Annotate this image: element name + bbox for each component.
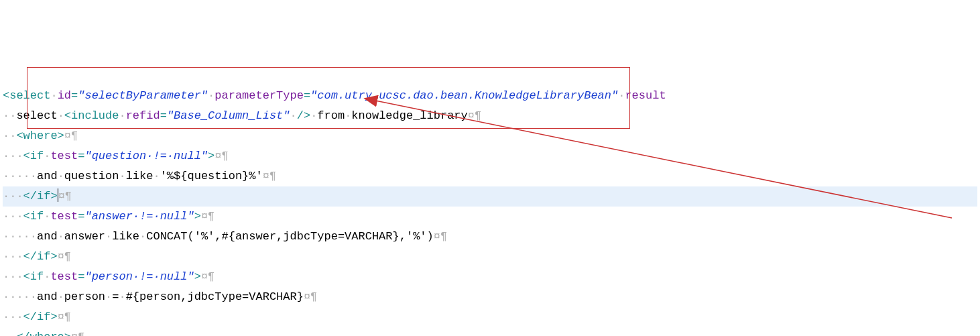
token-ws-dot: ·····: [3, 290, 37, 303]
token-attr-name: result: [625, 89, 666, 102]
token-txt: question: [64, 170, 119, 182]
token-tag: =: [71, 89, 78, 102]
token-txt: '%${question}%': [160, 170, 263, 182]
token-tag: <if: [23, 150, 44, 162]
code-line[interactable]: ··select·<include·refid="Base_Column_Lis…: [3, 106, 977, 126]
token-ws-dot: ··: [3, 129, 16, 142]
token-ws-dot: ·: [44, 210, 50, 223]
token-ws-end: ¤¶: [215, 150, 228, 162]
code-line[interactable]: ···<if·test="person·!=·null">¤¶: [3, 267, 977, 287]
code-editor-content[interactable]: <select·id="selectByParameter"·parameter…: [3, 86, 977, 336]
token-txt: answer: [64, 230, 105, 243]
token-tag: <select: [3, 89, 50, 102]
token-attr-value: "Base_Column_List": [167, 109, 290, 122]
token-ws-dot: ·: [58, 109, 64, 122]
token-ws-dot: ·: [119, 290, 125, 303]
token-ws-end: ¤¶: [201, 210, 215, 223]
code-line[interactable]: ·····and·person·=·#{person,jdbcType=VARC…: [3, 287, 977, 307]
token-ws-dot: ···: [3, 210, 23, 223]
token-ws-dot: ·: [618, 89, 625, 102]
token-ws-dot: ·: [119, 170, 125, 182]
token-ws-dot: ·····: [3, 230, 37, 243]
token-ws-end: ¤¶: [468, 109, 481, 122]
token-tag: >: [194, 270, 201, 283]
token-tag: =: [78, 210, 84, 223]
code-line[interactable]: ···</if>¤¶: [3, 247, 977, 267]
token-ws-end: ¤¶: [304, 290, 317, 303]
code-line[interactable]: ·····and·answer·like·CONCAT('%',#{answer…: [3, 227, 977, 247]
token-ws-dot: ·: [58, 170, 64, 182]
token-ws-dot: ·: [58, 230, 64, 243]
token-tag: =: [160, 109, 167, 122]
token-tag: />: [297, 109, 310, 122]
token-ws-dot: ·: [50, 89, 57, 102]
token-txt: and: [37, 170, 58, 182]
token-ws-dot: ·: [119, 109, 125, 122]
token-ws-dot: ···: [3, 190, 23, 203]
token-ws-end: ¤¶: [71, 331, 84, 336]
token-txt: select: [16, 109, 57, 122]
token-ws-dot: ·: [208, 89, 215, 102]
token-ws-dot: ·: [105, 290, 112, 303]
token-attr-value: "answer·!=·null": [84, 210, 194, 223]
token-ws-dot: ·: [139, 230, 146, 243]
token-ws-end: ¤¶: [263, 170, 276, 182]
token-ws-end: ¤¶: [58, 190, 72, 203]
token-tag: >: [208, 150, 215, 162]
token-ws-dot: ·: [310, 109, 317, 122]
token-ws-dot: ·····: [3, 170, 37, 182]
token-txt: CONCAT('%',#{answer,jdbcType=VARCHAR},'%…: [146, 230, 433, 243]
token-tag: </if>: [23, 311, 58, 323]
token-ws-dot: ···: [3, 270, 23, 283]
token-ws-end: ¤¶: [434, 230, 447, 243]
token-tag: <include: [64, 109, 119, 122]
code-line[interactable]: ··</where>¤¶: [3, 327, 977, 336]
token-ws-end: ¤¶: [58, 250, 71, 263]
token-txt: #{person,jdbcType=VARCHAR}: [126, 290, 304, 303]
token-attr-name: id: [58, 89, 71, 102]
token-txt: and: [37, 230, 58, 243]
token-ws-dot: ·: [153, 170, 160, 182]
token-tag: </if>: [23, 250, 58, 263]
token-txt: and: [37, 290, 58, 303]
code-line[interactable]: ···<if·test="question·!=·null">¤¶: [3, 146, 977, 166]
token-tag: >: [194, 210, 201, 223]
token-ws-dot: ·: [58, 290, 64, 303]
token-txt: person: [64, 290, 105, 303]
token-attr-value: "person·!=·null": [84, 270, 194, 283]
token-txt: =: [112, 290, 119, 303]
token-attr-value: "com.utry.ucsc.dao.bean.KnowledgeLibrary…: [310, 89, 618, 102]
code-line[interactable]: ·····and·question·like·'%${question}%'¤¶: [3, 166, 977, 186]
token-ws-end: ¤¶: [64, 129, 78, 142]
token-attr-name: test: [50, 270, 78, 283]
token-txt: like: [126, 170, 154, 182]
token-attr-name: parameterType: [215, 89, 304, 102]
code-line[interactable]: ···<if·test="answer·!=·null">¤¶: [3, 207, 977, 227]
token-ws-end: ¤¶: [201, 270, 215, 283]
token-ws-dot: ·: [105, 230, 112, 243]
token-attr-value: "selectByParameter": [78, 89, 208, 102]
token-tag: =: [78, 150, 84, 162]
code-line[interactable]: ···</if>¤¶: [3, 186, 977, 207]
token-ws-dot: ·: [290, 109, 297, 122]
token-tag: </if>: [23, 190, 58, 203]
code-line[interactable]: ···</if>¤¶: [3, 307, 977, 327]
token-txt: like: [112, 230, 139, 243]
token-attr-value: "question·!=·null": [84, 150, 208, 162]
token-tag: </where>: [16, 331, 71, 336]
token-attr-name: test: [50, 210, 78, 223]
token-ws-dot: ·: [345, 109, 351, 122]
code-line[interactable]: ··<where>¤¶: [3, 126, 977, 146]
token-txt: knowledge_library: [351, 109, 467, 122]
token-tag: <where>: [16, 129, 64, 142]
token-ws-dot: ·: [44, 150, 50, 162]
token-ws-end: ¤¶: [58, 311, 71, 323]
code-line[interactable]: <select·id="selectByParameter"·parameter…: [3, 86, 977, 106]
token-ws-dot: ··: [3, 331, 16, 336]
token-tag: =: [78, 270, 84, 283]
token-attr-name: refid: [126, 109, 160, 122]
token-ws-dot: ···: [3, 150, 23, 162]
token-ws-dot: ··: [3, 109, 16, 122]
token-attr-name: test: [50, 150, 78, 162]
token-tag: <if: [23, 210, 44, 223]
